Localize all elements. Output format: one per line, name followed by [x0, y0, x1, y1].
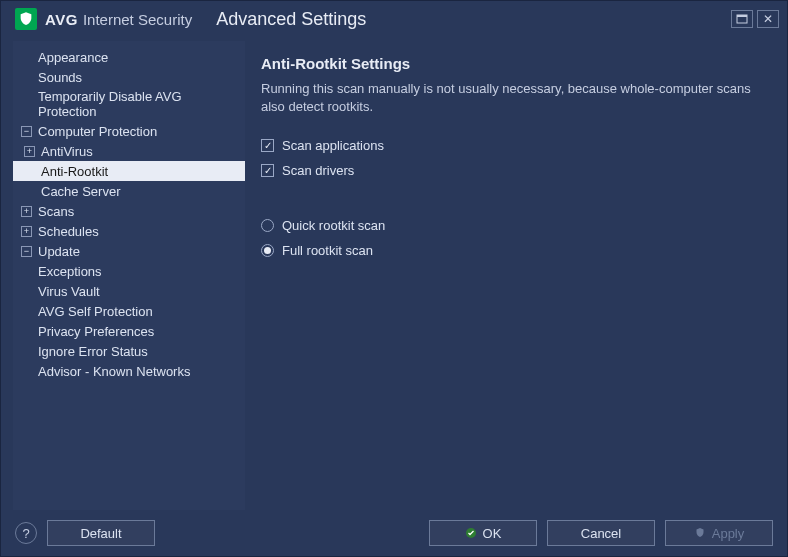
ok-button[interactable]: OK	[429, 520, 537, 546]
maximize-button[interactable]	[731, 10, 753, 28]
tree-item-label: AVG Self Protection	[38, 304, 153, 319]
tree-item-label: Update	[38, 244, 80, 259]
checkbox-label: Scan applications	[282, 138, 384, 153]
settings-tree[interactable]: AppearanceSoundsTemporarily Disable AVG …	[13, 41, 245, 510]
checkbox-label: Scan drivers	[282, 163, 354, 178]
tree-item-label: Temporarily Disable AVG Protection	[38, 89, 239, 119]
expand-icon[interactable]: +	[21, 226, 32, 237]
tree-item-label: Anti-Rootkit	[41, 164, 108, 179]
tree-item-antivirus[interactable]: +AntiVirus	[13, 141, 245, 161]
collapse-icon[interactable]: −	[21, 246, 32, 257]
svg-rect-1	[737, 15, 747, 17]
tree-item-label: Ignore Error Status	[38, 344, 148, 359]
radio-label: Full rootkit scan	[282, 243, 373, 258]
checkbox-icon[interactable]: ✓	[261, 139, 274, 152]
tree-item-virus-vault[interactable]: Virus Vault	[13, 281, 245, 301]
tree-item-schedules[interactable]: +Schedules	[13, 221, 245, 241]
tree-item-temporarily-disable-avg-protection[interactable]: Temporarily Disable AVG Protection	[13, 87, 245, 121]
tree-item-anti-rootkit[interactable]: Anti-Rootkit	[13, 161, 245, 181]
radio-label: Quick rootkit scan	[282, 218, 385, 233]
app-name: AVG Internet Security	[45, 11, 192, 28]
radio-quick-rootkit-scan[interactable]: Quick rootkit scan	[261, 218, 759, 233]
tree-item-ignore-error-status[interactable]: Ignore Error Status	[13, 341, 245, 361]
page-title: Advanced Settings	[216, 9, 366, 30]
tree-item-label: Computer Protection	[38, 124, 157, 139]
collapse-icon[interactable]: −	[21, 126, 32, 137]
tree-item-label: Sounds	[38, 70, 82, 85]
help-button[interactable]: ?	[15, 522, 37, 544]
tree-item-avg-self-protection[interactable]: AVG Self Protection	[13, 301, 245, 321]
tree-item-label: Advisor - Known Networks	[38, 364, 190, 379]
tree-item-label: AntiVirus	[41, 144, 93, 159]
section-heading: Anti-Rootkit Settings	[261, 55, 759, 72]
tree-item-label: Scans	[38, 204, 74, 219]
section-description: Running this scan manually is not usuall…	[261, 80, 759, 116]
tree-item-label: Cache Server	[41, 184, 120, 199]
radio-full-rootkit-scan[interactable]: Full rootkit scan	[261, 243, 759, 258]
radio-icon[interactable]	[261, 244, 274, 257]
tree-item-cache-server[interactable]: Cache Server	[13, 181, 245, 201]
tree-item-label: Appearance	[38, 50, 108, 65]
shield-icon	[694, 527, 706, 539]
tree-item-scans[interactable]: +Scans	[13, 201, 245, 221]
tree-item-label: Exceptions	[38, 264, 102, 279]
brand-text: AVG	[45, 11, 78, 28]
cancel-button[interactable]: Cancel	[547, 520, 655, 546]
titlebar: AVG Internet Security Advanced Settings …	[1, 1, 787, 37]
radio-icon[interactable]	[261, 219, 274, 232]
footer: ? Default OK Cancel Apply	[1, 510, 787, 556]
tree-item-sounds[interactable]: Sounds	[13, 67, 245, 87]
body-area: AppearanceSoundsTemporarily Disable AVG …	[13, 41, 775, 510]
close-button[interactable]: ✕	[757, 10, 779, 28]
checkbox-icon[interactable]: ✓	[261, 164, 274, 177]
tree-item-label: Privacy Preferences	[38, 324, 154, 339]
expand-icon[interactable]: +	[21, 206, 32, 217]
tree-item-label: Virus Vault	[38, 284, 100, 299]
settings-window: AVG Internet Security Advanced Settings …	[0, 0, 788, 557]
tree-item-label: Schedules	[38, 224, 99, 239]
product-text: Internet Security	[83, 11, 192, 28]
tree-item-computer-protection[interactable]: −Computer Protection	[13, 121, 245, 141]
tree-item-privacy-preferences[interactable]: Privacy Preferences	[13, 321, 245, 341]
tree-item-update[interactable]: −Update	[13, 241, 245, 261]
default-button[interactable]: Default	[47, 520, 155, 546]
apply-button[interactable]: Apply	[665, 520, 773, 546]
avg-logo-icon	[15, 8, 37, 30]
tree-item-exceptions[interactable]: Exceptions	[13, 261, 245, 281]
content-panel: Anti-Rootkit Settings Running this scan …	[245, 41, 775, 510]
tree-item-advisor-known-networks[interactable]: Advisor - Known Networks	[13, 361, 245, 381]
check-icon	[465, 527, 477, 539]
tree-item-appearance[interactable]: Appearance	[13, 47, 245, 67]
expand-icon[interactable]: +	[24, 146, 35, 157]
checkbox-scan-drivers[interactable]: ✓Scan drivers	[261, 163, 759, 178]
checkbox-scan-applications[interactable]: ✓Scan applications	[261, 138, 759, 153]
